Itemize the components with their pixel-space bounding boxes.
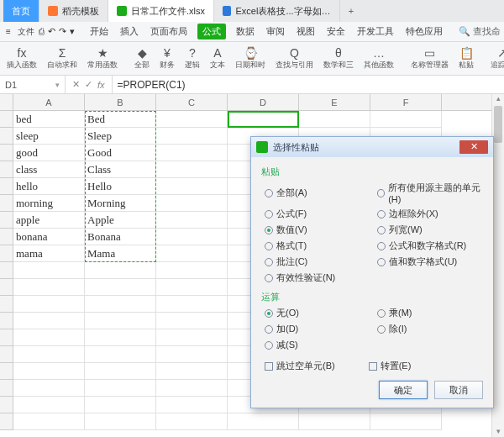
cancel-button[interactable]: 取消 bbox=[434, 381, 483, 399]
select-all-corner[interactable] bbox=[0, 94, 13, 110]
radio-option[interactable]: 无(O) bbox=[265, 307, 370, 319]
ribbon-tab-extra[interactable]: 特色应用 bbox=[404, 24, 444, 39]
btn-logic-fn[interactable]: ?逻辑 bbox=[183, 47, 202, 71]
radio-option[interactable]: 数值(V) bbox=[265, 224, 370, 236]
btn-paste[interactable]: 📋粘贴 bbox=[457, 47, 475, 71]
cell[interactable] bbox=[85, 262, 156, 279]
cell[interactable] bbox=[156, 245, 228, 262]
cell[interactable]: Bed bbox=[85, 111, 156, 128]
cell[interactable] bbox=[85, 346, 156, 363]
chk-transpose[interactable]: 转置(E) bbox=[369, 360, 412, 372]
row-header[interactable] bbox=[0, 262, 13, 279]
scroll-thumb[interactable] bbox=[494, 106, 502, 143]
cell[interactable] bbox=[13, 363, 85, 380]
cell[interactable]: class bbox=[13, 161, 85, 178]
cell[interactable] bbox=[156, 128, 228, 145]
cell[interactable] bbox=[85, 397, 156, 413]
cell[interactable] bbox=[156, 161, 228, 178]
name-box[interactable]: D1▾ bbox=[0, 76, 66, 93]
cell[interactable] bbox=[13, 380, 85, 397]
cell[interactable] bbox=[156, 145, 228, 161]
cell[interactable] bbox=[85, 363, 156, 380]
row-header[interactable] bbox=[0, 128, 13, 145]
cell[interactable] bbox=[156, 296, 228, 313]
dialog-titlebar[interactable]: 选择性粘贴 ✕ bbox=[251, 137, 493, 157]
cell[interactable] bbox=[370, 413, 442, 430]
new-tab-button[interactable]: + bbox=[340, 0, 362, 22]
scroll-up-icon[interactable]: ▴ bbox=[492, 94, 504, 104]
row-header[interactable] bbox=[0, 313, 13, 329]
tab-home[interactable]: 首页 bbox=[3, 0, 39, 22]
radio-option[interactable]: 公式和数字格式(R) bbox=[377, 240, 483, 252]
ribbon-tab-security[interactable]: 安全 bbox=[325, 24, 347, 39]
row-header[interactable] bbox=[0, 329, 13, 346]
col-header-b[interactable]: B bbox=[85, 94, 156, 110]
radio-option[interactable]: 批注(C) bbox=[265, 255, 370, 268]
cell[interactable] bbox=[13, 329, 85, 346]
btn-date-fn[interactable]: ⌚日期和时 bbox=[234, 47, 267, 71]
cell[interactable]: Sleep bbox=[85, 128, 156, 145]
cell[interactable] bbox=[370, 111, 442, 128]
cell[interactable]: Mama bbox=[85, 245, 156, 262]
radio-option[interactable]: 加(D) bbox=[265, 323, 370, 335]
ribbon-tab-review[interactable]: 审阅 bbox=[265, 24, 286, 39]
cell[interactable]: Bonana bbox=[85, 229, 156, 245]
btn-lookup-fn[interactable]: Q查找与引用 bbox=[274, 47, 315, 71]
row-header[interactable] bbox=[0, 111, 13, 128]
cell[interactable] bbox=[156, 413, 228, 430]
cell[interactable] bbox=[85, 380, 156, 397]
btn-name-mgr[interactable]: ▭名称管理器 bbox=[409, 47, 450, 71]
cell[interactable] bbox=[156, 279, 228, 296]
btn-autosum[interactable]: Σ自动求和 bbox=[45, 47, 79, 71]
radio-option[interactable]: 格式(T) bbox=[265, 240, 370, 252]
app-menu-icon[interactable]: ≡ bbox=[3, 27, 13, 36]
radio-option[interactable]: 减(S) bbox=[265, 339, 370, 351]
row-header[interactable] bbox=[0, 145, 13, 161]
qat-redo-icon[interactable]: ↷ bbox=[59, 26, 66, 37]
cell[interactable] bbox=[156, 178, 228, 195]
ribbon-tab-layout[interactable]: 页面布局 bbox=[149, 24, 189, 39]
cell[interactable] bbox=[299, 413, 370, 430]
btn-finance-fn[interactable]: ¥财务 bbox=[158, 47, 176, 71]
cell[interactable] bbox=[299, 111, 370, 128]
cell[interactable]: Class bbox=[85, 161, 156, 178]
row-header[interactable] bbox=[0, 397, 13, 413]
cell[interactable] bbox=[156, 329, 228, 346]
radio-option[interactable]: 值和数字格式(U) bbox=[377, 255, 483, 268]
cell[interactable] bbox=[13, 397, 85, 413]
col-header-c[interactable]: C bbox=[156, 94, 228, 110]
row-header[interactable] bbox=[0, 178, 13, 195]
row-header[interactable] bbox=[0, 245, 13, 262]
cell[interactable]: apple bbox=[13, 212, 85, 229]
cell[interactable] bbox=[13, 279, 85, 296]
col-header-f[interactable]: F bbox=[370, 94, 442, 110]
qat-more-icon[interactable]: ▾ bbox=[70, 26, 75, 37]
cell[interactable] bbox=[156, 380, 228, 397]
ribbon-tab-start[interactable]: 开始 bbox=[88, 24, 110, 39]
cell[interactable] bbox=[156, 195, 228, 212]
radio-option[interactable]: 公式(F) bbox=[265, 208, 370, 220]
cell[interactable]: Apple bbox=[85, 212, 156, 229]
fx-icon[interactable]: fx bbox=[97, 80, 105, 90]
row-header[interactable] bbox=[0, 380, 13, 397]
scroll-down-icon[interactable]: ▾ bbox=[492, 427, 504, 437]
ribbon-tab-view[interactable]: 视图 bbox=[295, 24, 317, 39]
radio-option[interactable]: 乘(M) bbox=[377, 307, 483, 319]
col-header-d[interactable]: D bbox=[228, 94, 299, 110]
tab-current-file[interactable]: 日常工作文件.xlsx bbox=[108, 0, 214, 22]
cell[interactable]: Hello bbox=[85, 178, 156, 195]
cell[interactable]: sleep bbox=[13, 128, 85, 145]
accept-icon[interactable]: ✓ bbox=[85, 79, 92, 90]
radio-option[interactable]: 除(I) bbox=[377, 323, 483, 335]
btn-trace[interactable]: ↗追踪从 bbox=[489, 47, 504, 71]
cell[interactable] bbox=[85, 313, 156, 329]
radio-option[interactable]: 边框除外(X) bbox=[377, 208, 483, 220]
ribbon-tab-insert[interactable]: 插入 bbox=[118, 24, 140, 39]
cell[interactable]: good bbox=[13, 145, 85, 161]
row-header[interactable] bbox=[0, 161, 13, 178]
radio-option[interactable]: 所有使用源主题的单元(H) bbox=[377, 182, 483, 204]
col-header-e[interactable]: E bbox=[299, 94, 370, 110]
cell[interactable]: bonana bbox=[13, 229, 85, 245]
cell[interactable] bbox=[228, 413, 299, 430]
row-header[interactable] bbox=[0, 212, 13, 229]
